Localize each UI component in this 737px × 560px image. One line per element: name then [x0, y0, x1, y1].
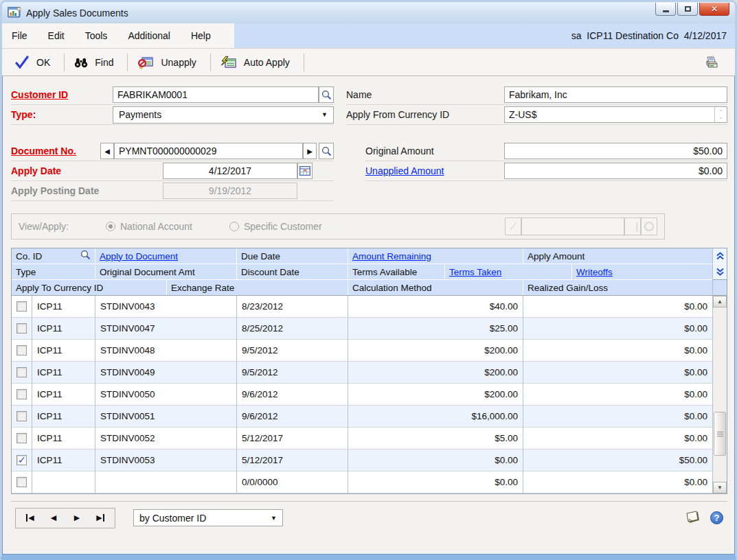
close-button[interactable]: ✕ [699, 3, 729, 16]
cell-due-date[interactable]: 8/25/2012 [237, 318, 348, 340]
cell-amount-remaining[interactable]: $16,000.00 [348, 406, 523, 428]
scroll-up-button[interactable]: ▲ [713, 296, 727, 307]
titlebar[interactable]: Apply Sales Documents ✕ [2, 2, 735, 23]
type-dropdown[interactable]: Payments ▼ [113, 106, 334, 124]
row-checkbox-cell[interactable] [12, 471, 32, 493]
cell-apply-amount[interactable]: $0.00 [523, 318, 712, 340]
cell-amount-remaining[interactable]: $200.00 [348, 340, 523, 362]
expand-detail-button[interactable] [713, 264, 727, 280]
maximize-button[interactable] [677, 3, 698, 16]
cell-apply-amount[interactable]: $0.00 [523, 384, 712, 406]
table-row[interactable]: ICP11 STDINV0049 9/5/2012 $200.00 $0.00 [12, 362, 712, 384]
cell-apply-to-document[interactable]: STDINV0053 [95, 450, 237, 471]
cell-co-id[interactable]: ICP11 [32, 318, 95, 340]
document-no-input[interactable]: PYMNT000000000029 [114, 143, 303, 159]
document-no-label[interactable]: Document No. [11, 145, 100, 156]
cell-co-id[interactable]: ICP11 [32, 428, 95, 450]
table-row[interactable]: ICP11 STDINV0047 8/25/2012 $25.00 $0.00 [12, 318, 712, 340]
row-checkbox-cell[interactable] [12, 318, 32, 340]
customer-id-input[interactable]: FABRIKAM0001 [113, 86, 319, 103]
customer-id-label[interactable]: Customer ID [11, 89, 113, 100]
cell-due-date[interactable]: 8/23/2012 [237, 296, 348, 318]
table-row[interactable]: ICP11 STDINV0052 5/12/2017 $5.00 $0.00 [12, 428, 712, 450]
row-checkbox[interactable] [16, 367, 27, 377]
table-row[interactable]: ICP11 STDINV0048 9/5/2012 $200.00 $0.00 [12, 340, 712, 362]
menu-additional[interactable]: Additional [128, 30, 170, 41]
cell-amount-remaining[interactable]: $40.00 [348, 296, 523, 318]
header-apply-to-document-link[interactable]: Apply to Document [95, 248, 237, 264]
cell-apply-to-document[interactable]: STDINV0043 [95, 296, 237, 318]
find-button[interactable]: Find [69, 54, 123, 71]
cell-due-date[interactable]: 5/12/2017 [237, 450, 348, 471]
table-row[interactable]: ICP11 STDINV0051 9/6/2012 $16,000.00 $0.… [12, 406, 712, 428]
row-checkbox[interactable] [16, 389, 27, 399]
cell-apply-to-document[interactable]: STDINV0048 [95, 340, 237, 362]
cell-amount-remaining[interactable]: $200.00 [348, 384, 523, 406]
scroll-down-button[interactable]: ▼ [713, 482, 727, 493]
apply-date-calendar-button[interactable] [297, 163, 313, 179]
row-checkbox[interactable] [16, 411, 27, 421]
currency-expansion-button[interactable]: ⌃⌄ [714, 107, 727, 122]
print-button[interactable] [698, 53, 728, 72]
header-writeoffs-link[interactable]: Writeoffs [572, 264, 712, 279]
cell-apply-amount[interactable]: $0.00 [523, 362, 712, 384]
ok-button[interactable]: OK [9, 53, 60, 72]
cell-co-id[interactable]: ICP11 [32, 384, 95, 406]
apply-date-input[interactable]: 4/12/2017 [163, 163, 297, 179]
cell-apply-amount[interactable]: $0.00 [523, 471, 712, 493]
help-button[interactable]: ? [710, 511, 723, 524]
cell-apply-to-document[interactable]: STDINV0047 [95, 318, 237, 340]
row-checkbox-cell[interactable] [12, 362, 32, 384]
cell-co-id[interactable]: ICP11 [32, 340, 95, 362]
cell-apply-to-document[interactable]: STDINV0052 [95, 428, 237, 450]
cell-apply-amount[interactable]: $0.00 [523, 428, 712, 450]
row-checkbox[interactable] [16, 301, 27, 312]
cell-apply-to-document[interactable]: STDINV0049 [95, 362, 237, 384]
next-document-button[interactable]: ▶ [303, 143, 317, 159]
vertical-scrollbar[interactable]: ▲ ▼ [713, 296, 727, 493]
row-checkbox[interactable] [16, 477, 27, 487]
cell-apply-amount[interactable]: $0.00 [523, 340, 712, 362]
cell-amount-remaining[interactable]: $0.00 [348, 450, 523, 471]
cell-amount-remaining[interactable]: $25.00 [348, 318, 523, 340]
specific-customer-radio[interactable]: Specific Customer [229, 221, 322, 232]
menu-edit[interactable]: Edit [48, 30, 65, 41]
cell-co-id[interactable]: ICP11 [32, 450, 95, 471]
cell-co-id[interactable]: ICP11 [32, 406, 95, 428]
cell-due-date[interactable]: 9/6/2012 [237, 406, 348, 428]
cell-apply-amount[interactable]: $0.00 [523, 406, 712, 428]
unapplied-amount-link[interactable]: Unapplied Amount [365, 165, 504, 176]
next-record-button[interactable]: ▶ [67, 510, 87, 526]
cell-apply-to-document[interactable]: STDINV0051 [95, 406, 237, 428]
row-checkbox-cell[interactable] [12, 384, 32, 406]
menu-file[interactable]: File [12, 30, 27, 41]
national-account-radio[interactable]: National Account [106, 221, 192, 232]
cell-amount-remaining[interactable]: $5.00 [348, 428, 523, 450]
row-checkbox-cell[interactable] [12, 450, 32, 471]
row-checkbox-cell[interactable] [12, 296, 32, 318]
cell-amount-remaining[interactable]: $0.00 [348, 471, 523, 493]
row-checkbox[interactable] [16, 345, 27, 355]
menu-help[interactable]: Help [191, 30, 211, 41]
table-row[interactable]: ICP11 STDINV0050 9/6/2012 $200.00 $0.00 [12, 384, 712, 406]
table-row[interactable]: 0/0/0000 $0.00 $0.00 [12, 471, 712, 493]
header-amount-remaining-link[interactable]: Amount Remaining [348, 248, 523, 264]
cell-co-id[interactable]: ICP11 [32, 296, 95, 318]
table-row[interactable]: ICP11 STDINV0053 5/12/2017 $0.00 $50.00 [12, 450, 712, 471]
row-checkbox[interactable] [16, 323, 27, 334]
row-checkbox-cell[interactable] [12, 406, 32, 428]
previous-document-button[interactable]: ◀ [100, 143, 114, 159]
customer-id-lookup-button[interactable] [319, 86, 334, 103]
collapse-detail-button[interactable] [713, 248, 727, 264]
cell-co-id[interactable] [32, 471, 95, 493]
previous-record-button[interactable]: ◀ [43, 510, 64, 526]
last-record-button[interactable]: ▶ [90, 510, 111, 526]
cell-due-date[interactable]: 5/12/2017 [237, 428, 348, 450]
cell-apply-amount[interactable]: $50.00 [523, 450, 712, 471]
cell-due-date[interactable]: 9/5/2012 [237, 340, 348, 362]
row-checkbox[interactable] [16, 433, 27, 443]
unapply-button[interactable]: Unapply [132, 53, 205, 72]
scrollbar-thumb[interactable] [714, 412, 726, 456]
row-checkbox-cell[interactable] [12, 428, 32, 450]
menu-tools[interactable]: Tools [85, 30, 108, 41]
